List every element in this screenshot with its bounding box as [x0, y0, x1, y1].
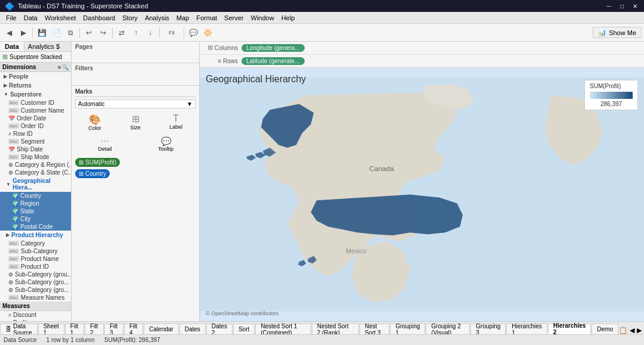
menu-worksheet[interactable]: Worksheet	[41, 12, 79, 23]
redo-button[interactable]: ↪	[97, 26, 110, 39]
analytics-tab[interactable]: Analytics $	[24, 42, 63, 51]
marks-detail-btn[interactable]: ⋯ Detail	[75, 135, 135, 153]
field-ship-mode[interactable]: AbcShip Mode	[0, 153, 71, 161]
tab-filt3[interactable]: Filt 3	[104, 324, 123, 334]
data-tab[interactable]: Data	[0, 42, 24, 51]
tab-filt4[interactable]: Filt 4	[124, 324, 143, 334]
swap-rows-cols[interactable]: ⇄	[115, 26, 128, 39]
close-button[interactable]: ✕	[631, 2, 639, 10]
tab-nest-sort3[interactable]: Nest Sort 3	[360, 324, 389, 334]
save-button[interactable]: 💾	[35, 26, 48, 39]
minimize-button[interactable]: ─	[605, 2, 613, 10]
tab-filt2[interactable]: Filt 2	[85, 324, 104, 334]
superstore-source[interactable]: ⊞ Superstore Stacked	[0, 52, 71, 63]
menu-file[interactable]: File	[2, 12, 20, 23]
menu-story[interactable]: Story	[119, 12, 141, 23]
marks-type-dropdown[interactable]: Automatic ▼	[75, 100, 196, 108]
field-customer-id[interactable]: AbcCustomer ID	[0, 99, 71, 107]
tab-demo[interactable]: Demo	[592, 324, 618, 334]
menu-map[interactable]: Map	[173, 12, 193, 23]
field-customer-name[interactable]: AbcCustomer Name	[0, 107, 71, 114]
tab-hierarchies2[interactable]: Hierarchies 2	[548, 324, 591, 334]
geo-hierarchy-group[interactable]: ▼ Geographical Hiera...	[0, 176, 71, 192]
field-order-date[interactable]: 📅Order Date	[0, 114, 71, 122]
marks-color-btn[interactable]: 🎨 Color	[75, 112, 114, 133]
tab-sheet1[interactable]: Sheet 1	[38, 324, 64, 334]
map-view[interactable]: Geographical Hierarchy	[200, 68, 644, 321]
duplicate-sheet[interactable]: ⧉	[64, 26, 77, 39]
field-profit[interactable]: #Profit	[0, 319, 71, 321]
tab-nested-sort2[interactable]: Nested Sort 2 (Rank)	[312, 324, 359, 334]
scroll-left-icon[interactable]: ◀	[630, 327, 634, 334]
people-group[interactable]: ▶ People	[0, 72, 71, 81]
menu-dashboard[interactable]: Dashboard	[79, 12, 119, 23]
country-pill[interactable]: ⊞ Country	[75, 169, 110, 178]
rows-pill[interactable]: Latitude (generate...	[242, 57, 305, 65]
tab-data-source[interactable]: 🗄 Data Source	[0, 324, 38, 334]
tab-hierarchies1[interactable]: Hierarchies 1	[506, 324, 547, 334]
field-row-id[interactable]: #Row ID	[0, 130, 71, 138]
undo-button[interactable]: ↩	[82, 26, 95, 39]
tab-dates2[interactable]: Dates 2	[206, 324, 233, 334]
tab-calendar[interactable]: Calendar	[144, 324, 179, 334]
new-sheet-icon[interactable]: 📋	[619, 327, 627, 334]
show-me-label: Show Me	[609, 29, 636, 36]
show-me-button[interactable]: 📊 Show Me	[593, 27, 642, 38]
field-postal-code[interactable]: 🌍Postal Code	[0, 223, 71, 231]
superstore-group[interactable]: ▼ Superstore	[0, 90, 71, 99]
field-measure-names[interactable]: AbcMeasure Names	[0, 294, 71, 302]
tooltip-button[interactable]: 💬	[187, 26, 200, 39]
fit-button[interactable]: Fit	[162, 26, 181, 39]
forward-button[interactable]: ▶	[17, 26, 30, 39]
menu-analysis[interactable]: Analysis	[141, 12, 173, 23]
field-city[interactable]: 🌍City	[0, 215, 71, 223]
field-order-id[interactable]: AbcOrder ID	[0, 122, 71, 130]
restore-button[interactable]: □	[618, 2, 626, 10]
sort-descending[interactable]: ↓	[144, 26, 157, 39]
tab-controls: 📋 ◀ ▶	[619, 327, 644, 334]
field-category-region[interactable]: ⚙Category & Region (...	[0, 161, 71, 169]
sort-ascending[interactable]: ↑	[129, 26, 143, 39]
marks-label-btn[interactable]: T Label	[156, 112, 196, 133]
menu-format[interactable]: Format	[193, 12, 221, 23]
field-sub-category[interactable]: AbcSub-Category	[0, 247, 71, 255]
field-sub-cat-grou2[interactable]: ⚙Sub-Category (gro...	[0, 278, 71, 286]
dimensions-sort-icon[interactable]: ≡	[58, 64, 61, 70]
field-segment[interactable]: AbcSegment	[0, 138, 71, 145]
field-state[interactable]: 🌍State	[0, 207, 71, 215]
back-button[interactable]: ◀	[2, 26, 16, 39]
field-country[interactable]: 🌍Country	[0, 192, 71, 200]
field-discount[interactable]: #Discount	[0, 311, 71, 319]
menu-server[interactable]: Server	[221, 12, 247, 23]
marks-tooltip-btn[interactable]: 💬 Tooltip	[136, 135, 196, 153]
tab-grouping2[interactable]: Grouping 2 (Visual)	[426, 324, 470, 334]
columns-pill[interactable]: Longitude (genera...	[242, 44, 305, 52]
field-product-name[interactable]: AbcProduct Name	[0, 255, 71, 263]
scroll-right-icon[interactable]: ▶	[637, 327, 642, 334]
menu-data[interactable]: Data	[20, 12, 41, 23]
tab-grouping1[interactable]: Grouping 1	[390, 324, 425, 334]
tab-grouping3[interactable]: Grouping 3	[470, 324, 506, 334]
measures-header[interactable]: Measures	[0, 302, 71, 311]
marks-size-btn[interactable]: ⊞ Size	[116, 112, 155, 133]
tab-sort[interactable]: Sort	[233, 324, 255, 334]
tab-filt1[interactable]: Filt 1	[65, 324, 84, 334]
field-category-state[interactable]: ⚙Category & State (C...	[0, 169, 71, 176]
dimensions-header[interactable]: Dimensions ≡ 🔍	[0, 63, 71, 72]
field-ship-date[interactable]: 📅Ship Date	[0, 145, 71, 153]
field-product-id[interactable]: AbcProduct ID	[0, 263, 71, 271]
field-sub-cat-grou1[interactable]: ⚙Sub-Category (grou...	[0, 271, 71, 278]
sum-profit-pill[interactable]: ⊞ SUM(Profit)	[75, 158, 120, 167]
menu-window[interactable]: Window	[247, 12, 278, 23]
dimensions-search-icon[interactable]: 🔍	[62, 64, 69, 70]
product-hierarchy-group[interactable]: ▶ Product Hierarchy	[0, 231, 71, 240]
field-category[interactable]: AbcCategory	[0, 240, 71, 247]
new-worksheet[interactable]: 📄	[49, 26, 63, 39]
returns-group[interactable]: ▶ Returns	[0, 81, 71, 90]
field-sub-cat-grou3[interactable]: ⚙Sub-Category (gro...	[0, 286, 71, 294]
menu-help[interactable]: Help	[278, 12, 299, 23]
tab-dates[interactable]: Dates	[179, 324, 206, 334]
tab-nested-sort1[interactable]: Nested Sort 1 (Combined)	[255, 324, 311, 334]
highlight-button[interactable]: 🔆	[201, 26, 214, 39]
field-region[interactable]: 🌍Region	[0, 200, 71, 207]
